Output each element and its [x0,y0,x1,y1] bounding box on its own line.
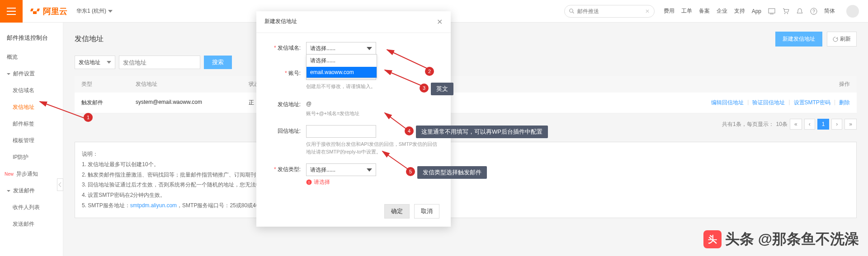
svg-rect-1 [769,9,775,13]
refresh-icon [833,37,838,42]
cell-type: 触发邮件 [81,99,136,107]
sidebar-recipients[interactable]: 收件人列表 [0,199,63,216]
caret-down-icon [7,72,10,76]
nav-enterprise[interactable]: 企业 [717,7,727,15]
region-selector[interactable]: 华东1 (杭州) [76,7,113,15]
sidebar-send[interactable]: 发送邮件 [0,216,63,233]
reply-hint: 仅用于接收控制台发信和API发信的回信，SMTP发信的回信地址请在SMTP的re… [306,140,439,155]
error-icon: ! [306,179,312,185]
address-value: @ [306,98,439,107]
cart-icon[interactable] [782,8,789,15]
info-title: 说明： [82,149,849,159]
menu-button[interactable] [0,0,23,23]
sidebar-domain[interactable]: 发信域名 [0,82,63,99]
hamburger-icon [7,8,16,15]
table-row: 触发邮件 system@email.waoww.com 正 编辑回信地址| 验证… [75,93,857,113]
sidebar-collapse-handle[interactable] [57,178,63,191]
action-delete[interactable]: 删除 [839,99,850,107]
sidebar-template[interactable]: 模板管理 [0,132,63,149]
modal-close-button[interactable]: ✕ [437,18,443,26]
reply-input[interactable] [306,125,376,138]
info-line: 3. 回信地址验证通过后才生效，否则系统将分配一个随机的地址，您无法收到用户回复… [82,180,849,190]
sidebar-title: 邮件推送控制台 [0,27,63,49]
chevron-left-icon [59,182,61,187]
chevron-down-icon [108,10,113,13]
dropdown-option-placeholder[interactable]: 请选择...... [307,55,377,67]
create-address-button[interactable]: 新建发信地址 [775,32,822,47]
modal-title: 新建发信地址 [264,18,297,26]
svg-point-2 [784,13,785,14]
notification-icon[interactable] [796,8,803,15]
annotation-badge-5: 5 [406,167,415,176]
search-input[interactable] [577,8,645,14]
search-icon [569,8,575,14]
page-prev[interactable]: ‹ [804,119,815,130]
annotation-label-4: 这里通常不用填写，可以再WP后台插件中配置 [416,126,548,138]
sidebar-ip-protect[interactable]: IP防护 [0,149,63,166]
pagination-per-page: 10条 [776,121,788,128]
address-label: 发信地址: [268,98,306,117]
domain-label: *发信域名: [268,42,306,55]
nav-cost[interactable]: 费用 [664,7,675,15]
search-clear-icon[interactable]: ✕ [645,8,650,14]
nav-ticket[interactable]: 工单 [681,7,692,15]
help-icon[interactable]: ? [810,8,817,15]
svg-text:?: ? [812,9,815,14]
sidebar-notify[interactable]: New 异步通知 [0,166,63,182]
sidebar-address[interactable]: 发信地址 [0,99,63,116]
modal-cancel-button[interactable]: 取消 [414,204,439,219]
aliyun-logo-icon [29,6,40,17]
annotation-label-3: 英文 [431,83,453,95]
nav-app[interactable]: App [752,8,761,14]
th-address: 发信地址 [136,80,249,88]
modal-confirm-button[interactable]: 确定 [384,204,410,219]
type-label: *发信类型: [268,163,306,186]
domain-dropdown: 请选择...... email.waoww.com [306,54,377,78]
watermark-icon: 头 [703,230,722,248]
sidebar-mail-settings[interactable]: 邮件设置 [0,65,63,82]
reply-label: 回信地址: [268,125,306,155]
chevron-down-icon [367,47,372,50]
page-last[interactable]: » [844,119,857,130]
search-button[interactable]: 搜索 [204,56,232,69]
refresh-button[interactable]: 刷新 [827,32,857,47]
sidebar-tags[interactable]: 邮件标签 [0,116,63,132]
action-set-smtp[interactable]: 设置SMTP密码 [794,99,830,107]
caret-down-icon [7,189,10,193]
svg-point-3 [787,13,788,14]
nav-backup[interactable]: 备案 [699,7,710,15]
info-line: 5. SMTP服务地址：smtpdm.aliyun.com，SMTP服务端口号：… [82,200,849,211]
page-next[interactable]: › [831,119,842,130]
filter-type-select[interactable]: 发信地址 [75,56,115,69]
th-actions: 操作 [701,80,850,88]
type-error: ! 请选择 [306,178,439,186]
console-icon[interactable] [768,8,775,15]
create-address-modal: 新建发信地址 ✕ *发信域名: 请选择...... 请选择...... emai… [256,11,451,227]
dropdown-option-domain[interactable]: email.waoww.com [307,67,377,78]
filter-input[interactable] [119,56,200,69]
sidebar: 邮件推送控制台 概览 邮件设置 发信域名 发信地址 邮件标签 模板管理 IP防护… [0,23,63,256]
action-edit-reply[interactable]: 编辑回信地址 [711,99,744,107]
logo[interactable]: 阿里云 [29,6,67,17]
language-switch[interactable]: 简体 [824,7,835,15]
type-select[interactable]: 请选择...... [306,163,376,176]
action-verify-reply[interactable]: 验证回信地址 [752,99,785,107]
page-first[interactable]: « [790,119,802,130]
th-type: 类型 [81,80,136,88]
svg-text:!: ! [308,180,310,185]
new-badge: New [5,172,14,177]
chevron-down-icon [367,168,372,172]
smtp-host-link[interactable]: smtpdm.aliyun.com [130,202,177,209]
info-box: 说明： 1. 发信地址最多可以创建10个。 2. 触发类邮件指注册激活、密码找回… [75,142,857,218]
user-avatar[interactable] [846,5,859,18]
annotation-badge-1: 1 [84,113,93,122]
sidebar-send-mail[interactable]: 发送邮件 [0,182,63,199]
page-title: 发信地址 [75,34,104,44]
global-search[interactable]: ✕ [564,5,655,18]
sidebar-overview[interactable]: 概览 [0,49,63,65]
annotation-label-5: 发信类型选择触发邮件 [417,166,487,179]
page-current[interactable]: 1 [817,119,830,130]
pagination-summary: 共有1条，每页显示： [722,121,774,128]
nav-support[interactable]: 支持 [734,7,745,15]
domain-select[interactable]: 请选择...... [306,42,376,55]
